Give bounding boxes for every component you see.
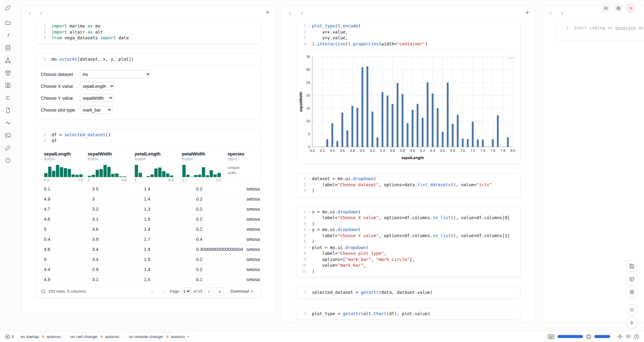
sidebar-item-snippets[interactable] [4,94,12,102]
code-editor[interactable]: 1selected_dataset = getattr(data, datase… [296,287,521,298]
fold-chevron-icon [307,290,312,296]
column-histogram[interactable]: 16.9 [134,164,182,182]
panel-layout-button[interactable] [626,273,638,285]
plot-type-select[interactable]: mark_bar [80,106,112,114]
command-palette-button[interactable]: ⌘ [626,287,638,298]
code-editor[interactable]: 1import marimo as mo2import altair as al… [36,20,261,44]
column-histogram[interactable]: 24.4 [88,164,134,182]
code-editor[interactable]: 1plot_type = getattr(alt.Chart(df), plot… [296,308,521,320]
fold-chevron-icon [307,233,312,239]
sidebar-item-activity[interactable] [4,119,12,127]
table-cell: 0.2 [196,267,246,272]
code-editor[interactable]: 1dataset = mo.ui.dropdown(2 label="Choos… [296,173,521,197]
sidebar-item-help[interactable]: ? [4,157,12,165]
sidebar-item-documentation[interactable] [4,82,12,90]
fold-chevron-icon[interactable] [307,23,312,29]
download-button[interactable]: Download [231,289,253,294]
module-change-autorun-chip[interactable]: on module change: autorun [126,333,193,340]
close-button[interactable] [626,4,635,13]
y-value-select[interactable]: sepalWidth [80,94,113,102]
error-indicator[interactable]: 0 [5,334,14,339]
sidebar-item-database[interactable] [4,44,12,52]
column-header[interactable]: petalWidthfloat64 [182,151,228,161]
svg-text:35: 35 [306,55,310,59]
sidebar-item-document[interactable] [4,107,12,115]
chevron-right-icon[interactable]: › [558,9,566,16]
table-cell: 5 [44,226,92,232]
cell-change-autorun-chip[interactable]: on cell change: autorun [67,333,123,340]
sidebar-item-scratchpad[interactable] [4,144,12,152]
sidebar-item-dependency-graph[interactable] [4,57,12,65]
dataset-select[interactable]: iris [80,70,151,78]
code-editor[interactable]: 1mo.vstack([dataset, x, y, plot]) [36,54,261,65]
column-header[interactable]: petalLengthfloat64 [134,151,182,161]
recent-runs-button[interactable] [634,334,639,339]
prev-page-button[interactable]: ‹ [159,287,167,295]
x-value-select[interactable]: sepalLength [80,82,115,90]
page-select[interactable]: 1 [182,287,191,295]
search-icon[interactable] [41,289,46,294]
chart-actions-button[interactable] [508,54,516,62]
code-editor[interactable]: 1df = selected_dataset()2df [36,129,261,147]
line-number: 1 [38,23,47,29]
fold-chevron-icon[interactable] [307,245,312,251]
column-histogram[interactable]: 0.12.5 [182,164,228,182]
next-page-button[interactable]: › [205,287,213,295]
altair-bar-chart[interactable]: 4.04.24.44.64.85.05.25.45.65.86.06.26.46… [299,54,519,162]
table-cell: 3.9 [92,237,144,242]
cpu-chip-button[interactable] [586,334,591,339]
generate-link[interactable]: generate [615,25,636,30]
column-header[interactable]: sepalWidthfloat64 [88,151,134,161]
line-number: 1 [298,176,307,182]
fold-chevron-icon[interactable] [307,209,312,215]
table-row: 4.63.11.50.2setosa [36,214,261,224]
run-all-button[interactable] [626,317,638,329]
line-number: 3 [298,188,307,194]
plot-type-label: Choose plot type [41,107,77,112]
code-cell-plot-type: 1plot_type = getattr(alt.Chart(df), plot… [296,308,521,320]
code-editor[interactable]: 1plot_type().encode(2 x=x.value,3 y=y.va… [296,20,521,50]
ai-assist-button[interactable] [617,334,623,339]
sidebar-item-marimo-logo[interactable] [4,4,12,12]
column-header[interactable]: sepalLengthfloat64 [44,151,88,161]
svg-text:25: 25 [306,81,310,84]
keyboard-button[interactable] [548,334,554,339]
column-histogram[interactable]: 4.37.9 [44,164,88,182]
sidebar-item-packages[interactable] [4,69,12,77]
first-page-button[interactable]: « [148,287,156,295]
fold-chevron-icon [307,215,312,221]
code-editor[interactable]: 1x = mo.ui.dropdown(2 label="Choose X va… [296,206,521,277]
chevron-left-icon[interactable]: ‹ [547,9,554,16]
save-button[interactable] [626,260,638,272]
table-cell: 1.3 [144,206,196,212]
code-cell-dataframe: 1df = selected_dataset()2df sepalLengthf… [36,129,261,298]
sparkle-icon [617,334,623,339]
add-cell-button[interactable]: + [266,9,270,17]
table-cell: 5.1 [44,186,92,191]
sidebar-item-terminal[interactable] [4,132,12,140]
layers-button[interactable] [626,334,631,339]
table-cell: setosa [246,216,261,222]
menu-button[interactable] [601,4,610,13]
startup-autorun-chip[interactable]: on startup: autorun [17,333,64,340]
resource-meter-1[interactable] [557,335,583,338]
add-cell-button[interactable]: + [525,9,529,17]
chevron-left-icon[interactable]: ‹ [286,9,294,16]
code-editor[interactable]: 1 Start coding or generate with AI [557,20,644,40]
sidebar-item-functions[interactable]: f [4,32,12,40]
table-cell: 0.1 [196,277,246,282]
last-page-button[interactable]: » [216,287,224,295]
fold-chevron-icon [307,239,312,245]
table-cell: 0.30000000000000004 [196,247,246,252]
fold-chevron-icon[interactable] [307,227,312,233]
fold-chevron-icon[interactable] [307,176,312,182]
chevron-left-icon[interactable]: ‹ [26,9,33,16]
column-header[interactable]: speciesobject [227,151,261,161]
settings-button[interactable] [614,4,623,13]
interrupt-button[interactable] [626,304,638,315]
code-line: 9 options=["mark_bar", "mark_circle"], [298,257,517,263]
chevron-right-icon[interactable]: › [298,9,305,16]
sidebar-item-files[interactable] [4,19,12,27]
resource-meter-2[interactable] [594,335,610,338]
chevron-right-icon[interactable]: › [38,9,45,16]
